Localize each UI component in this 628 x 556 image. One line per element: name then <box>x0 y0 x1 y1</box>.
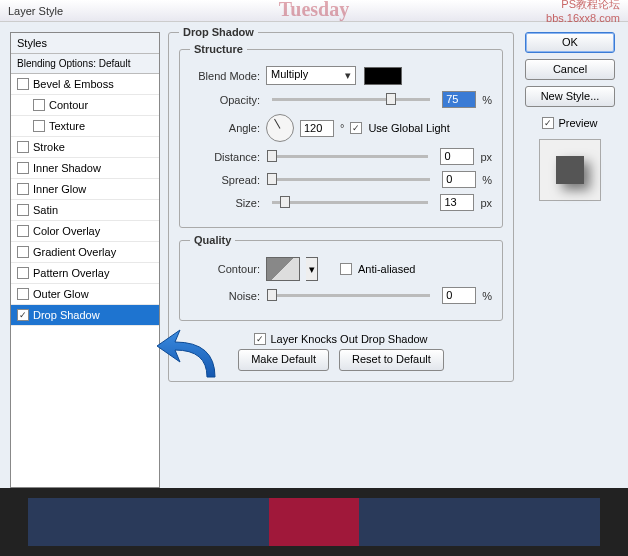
distance-label: Distance: <box>190 151 260 163</box>
background-stripes <box>0 488 628 556</box>
anti-aliased-label: Anti-aliased <box>358 263 415 275</box>
distance-input[interactable]: 0 <box>440 148 474 165</box>
noise-slider[interactable] <box>272 294 430 297</box>
preview-label: Preview <box>558 117 597 129</box>
style-item-gradient-overlay[interactable]: Gradient Overlay <box>11 242 159 263</box>
ok-button[interactable]: OK <box>525 32 615 53</box>
settings-panel: Drop Shadow Structure Blend Mode: Multip… <box>168 32 514 488</box>
knockout-checkbox[interactable] <box>254 333 266 345</box>
knockout-label: Layer Knocks Out Drop Shadow <box>270 333 427 345</box>
size-unit: px <box>480 197 492 209</box>
style-checkbox[interactable] <box>33 99 45 111</box>
size-slider[interactable] <box>272 201 428 204</box>
style-item-pattern-overlay[interactable]: Pattern Overlay <box>11 263 159 284</box>
style-checkbox[interactable] <box>17 309 29 321</box>
anti-aliased-checkbox[interactable] <box>340 263 352 275</box>
style-item-contour[interactable]: Contour <box>11 95 159 116</box>
style-checkbox[interactable] <box>17 183 29 195</box>
shadow-color-swatch[interactable] <box>364 67 402 85</box>
structure-title: Structure <box>190 43 247 55</box>
contour-label: Contour: <box>190 263 260 275</box>
spread-slider[interactable] <box>272 178 430 181</box>
angle-label: Angle: <box>190 122 260 134</box>
opacity-label: Opacity: <box>190 94 260 106</box>
style-label: Bevel & Emboss <box>33 78 114 90</box>
style-label: Drop Shadow <box>33 309 100 321</box>
style-checkbox[interactable] <box>17 204 29 216</box>
style-checkbox[interactable] <box>17 288 29 300</box>
distance-slider[interactable] <box>272 155 428 158</box>
cancel-button[interactable]: Cancel <box>525 59 615 80</box>
angle-dial[interactable] <box>266 114 294 142</box>
style-item-inner-shadow[interactable]: Inner Shadow <box>11 158 159 179</box>
styles-header[interactable]: Styles <box>11 33 159 54</box>
drop-shadow-group: Drop Shadow Structure Blend Mode: Multip… <box>168 32 514 382</box>
style-label: Contour <box>49 99 88 111</box>
structure-group: Structure Blend Mode: Multiply Opacity: … <box>179 49 503 228</box>
background-text: Tuesday <box>279 0 349 21</box>
window-title: Layer Style <box>8 5 63 17</box>
style-checkbox[interactable] <box>17 78 29 90</box>
new-style-button[interactable]: New Style... <box>525 86 615 107</box>
size-label: Size: <box>190 197 260 209</box>
noise-unit: % <box>482 290 492 302</box>
style-checkbox[interactable] <box>17 246 29 258</box>
style-item-color-overlay[interactable]: Color Overlay <box>11 221 159 242</box>
blend-mode-select[interactable]: Multiply <box>266 66 356 85</box>
make-default-button[interactable]: Make Default <box>238 349 329 371</box>
style-checkbox[interactable] <box>17 141 29 153</box>
style-item-drop-shadow[interactable]: Drop Shadow <box>11 305 159 326</box>
style-label: Satin <box>33 204 58 216</box>
watermark: PS教程论坛 bbs.16xx8.com <box>546 0 620 24</box>
style-checkbox[interactable] <box>17 267 29 279</box>
style-item-stroke[interactable]: Stroke <box>11 137 159 158</box>
blend-mode-label: Blend Mode: <box>190 70 260 82</box>
noise-label: Noise: <box>190 290 260 302</box>
right-buttons: OK Cancel New Style... Preview <box>522 32 618 488</box>
style-label: Inner Glow <box>33 183 86 195</box>
contour-swatch[interactable] <box>266 257 300 281</box>
blending-options-header[interactable]: Blending Options: Default <box>11 54 159 74</box>
style-label: Gradient Overlay <box>33 246 116 258</box>
quality-title: Quality <box>190 234 235 246</box>
style-item-outer-glow[interactable]: Outer Glow <box>11 284 159 305</box>
global-light-checkbox[interactable] <box>350 122 362 134</box>
style-label: Texture <box>49 120 85 132</box>
style-label: Pattern Overlay <box>33 267 109 279</box>
style-label: Stroke <box>33 141 65 153</box>
style-checkbox[interactable] <box>17 225 29 237</box>
spread-label: Spread: <box>190 174 260 186</box>
quality-group: Quality Contour: ▾ Anti-aliased Noise: 0 <box>179 240 503 321</box>
contour-dropdown[interactable]: ▾ <box>306 257 318 281</box>
style-item-satin[interactable]: Satin <box>11 200 159 221</box>
distance-unit: px <box>480 151 492 163</box>
opacity-input[interactable]: 75 <box>442 91 476 108</box>
layer-style-dialog: Tuesday Layer Style PS教程论坛 bbs.16xx8.com… <box>0 0 628 556</box>
styles-list: Styles Blending Options: Default Bevel &… <box>10 32 160 488</box>
style-label: Color Overlay <box>33 225 100 237</box>
style-item-bevel-emboss[interactable]: Bevel & Emboss <box>11 74 159 95</box>
style-item-texture[interactable]: Texture <box>11 116 159 137</box>
angle-input[interactable]: 120 <box>300 120 334 137</box>
style-item-inner-glow[interactable]: Inner Glow <box>11 179 159 200</box>
spread-unit: % <box>482 174 492 186</box>
spread-input[interactable]: 0 <box>442 171 476 188</box>
panel-title: Drop Shadow <box>179 26 258 38</box>
opacity-slider[interactable] <box>272 98 430 101</box>
style-checkbox[interactable] <box>33 120 45 132</box>
global-light-label: Use Global Light <box>368 122 449 134</box>
preview-checkbox[interactable] <box>542 117 554 129</box>
reset-default-button[interactable]: Reset to Default <box>339 349 444 371</box>
style-label: Inner Shadow <box>33 162 101 174</box>
preview-thumbnail <box>539 139 601 201</box>
dialog-body: Styles Blending Options: Default Bevel &… <box>0 22 628 488</box>
size-input[interactable]: 13 <box>440 194 474 211</box>
style-checkbox[interactable] <box>17 162 29 174</box>
noise-input[interactable]: 0 <box>442 287 476 304</box>
style-label: Outer Glow <box>33 288 89 300</box>
angle-unit: ° <box>340 122 344 134</box>
opacity-unit: % <box>482 94 492 106</box>
